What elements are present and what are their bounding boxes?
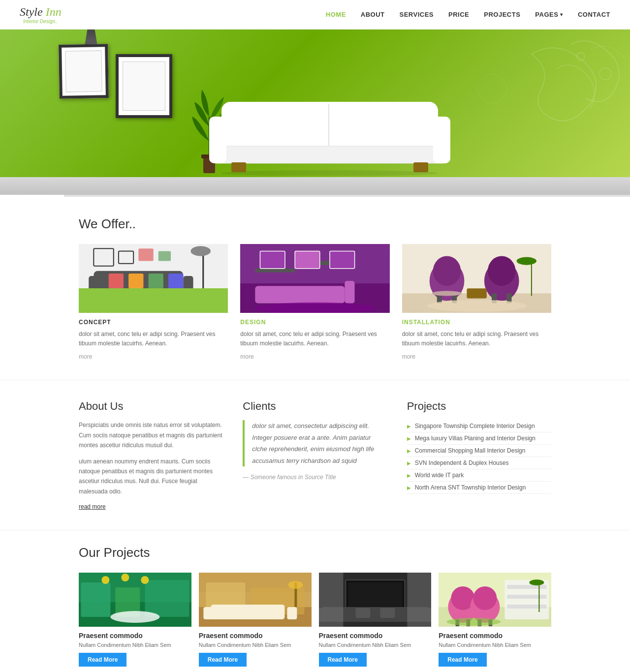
projects-list-col: Projects ▶ Singapore Township Complete I… <box>407 400 551 510</box>
svg-point-19 <box>190 246 210 256</box>
nav-pages[interactable]: PAGES ▾ <box>535 11 563 18</box>
project-card-1: Praesent commodo Nullam Condimentum Nibh… <box>79 573 191 667</box>
offer-installation-image <box>402 244 551 313</box>
svg-point-99 <box>530 580 544 585</box>
arrow-icon: ▶ <box>407 485 411 490</box>
svg-rect-56 <box>81 582 110 617</box>
arrow-icon: ▶ <box>407 460 411 466</box>
project-img-2 <box>199 573 312 627</box>
design-img-svg <box>240 244 389 313</box>
list-item[interactable]: ▶ Commercial Shopping Mall Interior Desi… <box>407 445 551 457</box>
svg-point-62 <box>141 576 149 584</box>
slider-progress <box>0 195 64 197</box>
read-more-btn-3[interactable]: Read More <box>319 653 367 667</box>
main-nav: HOME ABOUT SERVICES PRICE PROJECTS PAGES… <box>326 11 610 18</box>
list-item[interactable]: ▶ SVN Independent & Duplex Houses <box>407 457 551 469</box>
offer-installation-label: INSTALLATION <box>402 319 551 326</box>
concept-img-svg <box>79 244 228 313</box>
offer-design-more[interactable]: more <box>240 353 253 360</box>
nav-about[interactable]: ABOUT <box>361 11 385 18</box>
svg-rect-36 <box>255 286 345 303</box>
arrow-icon: ▶ <box>407 448 411 454</box>
svg-rect-8 <box>209 117 226 163</box>
svg-point-60 <box>101 576 109 584</box>
arrow-icon: ▶ <box>407 473 411 478</box>
svg-rect-31 <box>255 269 295 273</box>
about-us-read-more[interactable]: read more <box>79 503 106 510</box>
svg-rect-35 <box>330 251 355 268</box>
offer-concept-text: dolor sit amet, conc telu er adipi scing… <box>79 330 228 348</box>
svg-rect-81 <box>355 608 370 618</box>
sofa-svg <box>207 87 453 176</box>
header: Style Inn Interior Design.. HOME ABOUT S… <box>0 0 630 30</box>
projects-grid: Praesent commodo Nullam Condimentum Nibh… <box>79 573 551 667</box>
svg-rect-26 <box>149 274 163 288</box>
nav-price[interactable]: PRICE <box>448 11 469 18</box>
project-img-1 <box>79 573 191 627</box>
offer-design-text: dolor sit amet, conc telu er adipi scing… <box>240 330 389 348</box>
three-col-section: About Us Perspiciatis unde omnis iste na… <box>0 380 630 530</box>
svg-rect-69 <box>203 607 213 619</box>
our-projects-section: Our Projects Pra <box>0 530 630 672</box>
svg-rect-37 <box>345 281 355 303</box>
offer-design: DESIGN dolor sit amet, conc telu er adip… <box>240 244 389 360</box>
logo: Style Inn Interior Design.. <box>20 5 62 24</box>
projects-list: ▶ Singapore Township Complete Interior D… <box>407 420 551 494</box>
project-desc-4: Nullam Condimentum Nibh Eliam Sem <box>439 642 551 648</box>
svg-rect-80 <box>407 573 431 627</box>
clients-quote-block: dolor sit amet, consectetur adipiscing e… <box>243 420 387 466</box>
read-more-btn-2[interactable]: Read More <box>199 653 247 667</box>
svg-rect-58 <box>145 580 189 617</box>
hero-sofa <box>207 87 453 177</box>
offers-grid: CONCEPT dolor sit amet, conc telu er adi… <box>79 244 551 360</box>
offer-concept-image <box>79 244 228 313</box>
list-item[interactable]: ▶ North Arena SNT Township Interior Desi… <box>407 482 551 494</box>
projects-list-title: Projects <box>407 400 551 413</box>
svg-point-97 <box>447 618 501 626</box>
nav-projects[interactable]: PROJECTS <box>484 11 520 18</box>
our-projects-title: Our Projects <box>79 545 551 560</box>
hero-floor <box>0 177 630 197</box>
nav-services[interactable]: SERVICES <box>400 11 434 18</box>
project-name-4: Praesent commodo <box>439 632 551 640</box>
nav-contact[interactable]: CONTACT <box>578 11 610 18</box>
offer-concept-more[interactable]: more <box>79 353 92 360</box>
project-card-3: Praesent commodo Nullam Condimentum Nibh… <box>319 573 432 667</box>
project-desc-1: Nullam Condimentum Nibh Eliam Sem <box>79 642 191 648</box>
we-offer-title: We Offer.. <box>79 216 551 232</box>
svg-point-52 <box>516 257 536 265</box>
svg-point-47 <box>488 256 516 286</box>
logo-subtitle: Interior Design.. <box>20 19 62 24</box>
about-us-text1: Perspiciatis unde omnis iste natus error… <box>79 420 223 450</box>
svg-rect-25 <box>128 274 143 288</box>
svg-rect-10 <box>231 162 246 172</box>
svg-rect-5 <box>221 102 438 151</box>
svg-rect-87 <box>507 595 547 599</box>
installation-img-svg <box>402 244 551 313</box>
nav-home[interactable]: HOME <box>326 11 346 18</box>
svg-rect-33 <box>260 251 285 268</box>
svg-rect-86 <box>507 585 547 589</box>
arrow-icon: ▶ <box>407 436 411 441</box>
svg-point-45 <box>432 291 462 296</box>
svg-rect-27 <box>168 274 183 288</box>
wall-frame-1 <box>59 44 109 99</box>
svg-point-94 <box>473 586 497 610</box>
project-name-2: Praesent commodo <box>199 632 312 640</box>
proj1-img-svg <box>79 573 191 627</box>
proj2-img-svg <box>199 573 312 627</box>
offer-installation-text: dolor sit amet, conc telu er adipi scing… <box>402 330 551 348</box>
offer-installation-more[interactable]: more <box>402 353 415 360</box>
arrow-icon: ▶ <box>407 424 411 429</box>
svg-rect-17 <box>183 276 193 298</box>
clients-quote-text: dolor sit amet, consectetur adipiscing e… <box>252 420 387 466</box>
project-desc-3: Nullam Condimentum Nibh Eliam Sem <box>319 642 432 648</box>
offer-design-image <box>240 244 389 313</box>
list-item[interactable]: ▶ World wide IT park <box>407 469 551 482</box>
read-more-btn-1[interactable]: Read More <box>79 653 126 667</box>
offer-design-label: DESIGN <box>240 319 389 326</box>
list-item[interactable]: ▶ Singapore Township Complete Interior D… <box>407 420 551 432</box>
read-more-btn-4[interactable]: Read More <box>439 653 486 667</box>
list-item[interactable]: ▶ Mega luxury Villas Planing and Interio… <box>407 432 551 445</box>
svg-rect-16 <box>89 276 98 298</box>
